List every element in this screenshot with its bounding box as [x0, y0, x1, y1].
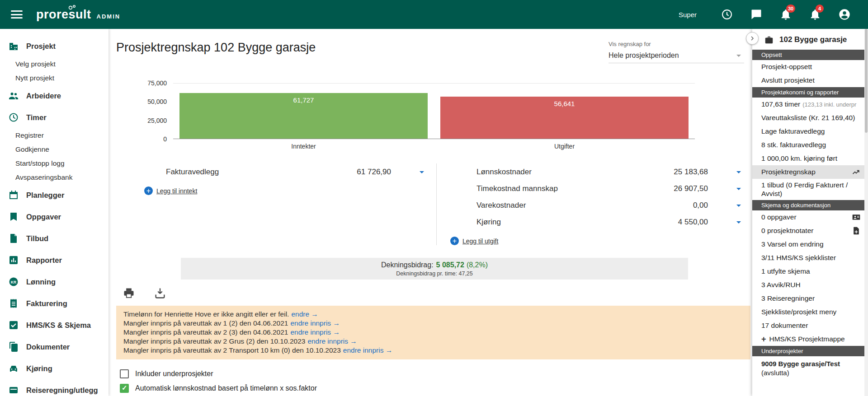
panel-item-sjekkliste-prosjekt-meny[interactable]: Sjekkliste/prosjekt meny	[752, 305, 864, 319]
sidebar-item-label: Start/stopp logg	[15, 159, 65, 168]
y-tick-label: 25,000	[147, 117, 167, 124]
panel-item-label: HMS/KS Prosjektmappe	[769, 335, 845, 343]
sidebar-item-fakturering[interactable]: Fakturering	[0, 293, 108, 314]
warning-link[interactable]: endre innpris →	[343, 346, 392, 354]
warning-link[interactable]: endre →	[291, 310, 318, 318]
expense-bar[interactable]: 56,641	[440, 97, 689, 139]
sidebar-item-label: Kjøring	[26, 364, 52, 373]
panel-collapse-button[interactable]	[746, 32, 759, 45]
panel-item-varsel-om-endring[interactable]: 3 Varsel om endring	[752, 238, 864, 251]
sidebar-item-velg-prosjekt[interactable]: Velg prosjekt	[0, 57, 108, 71]
panel-item-fakturavedlegg[interactable]: 8 stk. fakturavedlegg	[752, 138, 864, 152]
income-bar[interactable]: 61,727	[179, 93, 428, 139]
chevron-down-icon[interactable]	[733, 167, 744, 177]
automatic-wage-cost-checkbox[interactable]	[120, 384, 129, 393]
page-scrollbar[interactable]	[864, 29, 868, 396]
warning-link[interactable]: endre innpris →	[290, 328, 340, 336]
plus-icon: +	[761, 335, 766, 344]
chevron-down-icon	[733, 50, 744, 61]
sidebar-item-tilbud[interactable]: Tilbud	[0, 228, 108, 249]
add-income-button[interactable]: Legg til inntekt	[144, 186, 436, 195]
sidebar-item-godkjenne[interactable]: Godkjenne	[0, 142, 108, 156]
notifications-bell-icon[interactable]: 30	[779, 8, 792, 21]
chevron-down-icon[interactable]	[733, 200, 744, 211]
sidebar-item-nytt-prosjekt[interactable]: Nytt prosjekt	[0, 71, 108, 85]
include-subprojects-row: Inkluder underprosjekter	[120, 369, 750, 378]
panel-item-prosjektregnskap[interactable]: Prosjektregnskap	[752, 165, 864, 179]
project-panel: 102 Bygge garasje Oppsett Prosjekt-oppse…	[752, 29, 864, 396]
panel-item-lage-fakturavedlegg[interactable]: Lage fakturavedlegg	[752, 125, 864, 138]
sidebar-item-label: Velg prosjekt	[15, 60, 56, 68]
panel-item-prosjekt-oppsett[interactable]: Prosjekt-oppsett	[752, 60, 864, 74]
sidebar-item-kjoring[interactable]: Kjøring	[0, 358, 108, 379]
panel-item-label: 1 000,00 km. kjøring ført	[761, 154, 837, 163]
account-icon[interactable]	[838, 8, 851, 21]
scrollbar-thumb[interactable]	[865, 29, 868, 133]
sidebar-item-registrer[interactable]: Registrer	[0, 128, 108, 142]
print-icon[interactable]	[123, 287, 135, 299]
sidebar-item-planlegger[interactable]: Planlegger	[0, 184, 108, 206]
panel-item-avslutt-prosjektet[interactable]: Avslutt prosjektet	[752, 74, 864, 87]
panel-item-reiseregninger[interactable]: 3 Reiseregninger	[752, 292, 864, 305]
sidebar-item-prosjekt[interactable]: Prosjekt	[0, 35, 108, 57]
panel-item-tilbud[interactable]: 1 tilbud (0 Ferdig Fakturert / Avvist)	[752, 179, 864, 200]
chart-y-axis: 75,000 50,000 25,000 0	[128, 83, 173, 139]
panel-item-subproject[interactable]: 9009 Bygge garasje/Test (avslutta)	[752, 356, 864, 381]
plus-circle-icon	[450, 237, 459, 245]
sidebar-item-label: Planlegger	[26, 191, 64, 200]
export-icon[interactable]	[154, 287, 166, 299]
sidebar-item-lonning[interactable]: KR Lønning	[0, 271, 108, 293]
add-expense-button[interactable]: Legg til utgift	[450, 237, 744, 245]
chat-icon[interactable]	[750, 8, 763, 21]
sidebar-item-arbeidere[interactable]: Arbeidere	[0, 85, 108, 107]
warning-text: Mangler innpris på vareuttak av 1 (2) de…	[123, 319, 288, 327]
warnings-box: Timelønn for Henriette Hove er ikke angi…	[116, 306, 750, 359]
subproject-name: 9009 Bygge garasje/Test	[761, 359, 861, 368]
warning-link[interactable]: endre innpris →	[307, 337, 357, 345]
panel-item-timer[interactable]: 107,63 timer (123,13 inkl. underpr	[752, 98, 864, 111]
sidebar-item-start-stopp-logg[interactable]: Start/stopp logg	[0, 156, 108, 170]
chevron-down-icon[interactable]	[733, 217, 744, 228]
sidebar-item-label: Godkjenne	[15, 145, 49, 154]
panel-item-avvik-ruh[interactable]: 3 Avvik/RUH	[752, 278, 864, 292]
expense-row: Timekostnad mannskap 26 907,50	[437, 180, 744, 197]
alerts-bell-icon[interactable]: 4	[809, 8, 821, 21]
panel-item-prosjektnotater[interactable]: 0 prosjektnotater	[752, 224, 864, 238]
panel-item-dokumenter[interactable]: 17 dokumenter	[752, 319, 864, 332]
period-select-value[interactable]: Hele prosjektperioden	[609, 47, 744, 63]
include-subprojects-checkbox[interactable]	[120, 369, 129, 378]
clock-icon[interactable]	[721, 8, 733, 21]
add-expense-label: Legg til utgift	[462, 238, 498, 245]
panel-item-kjoring-fort[interactable]: 1 000,00 km. kjøring ført	[752, 152, 864, 165]
panel-item-vareuttaksliste[interactable]: Vareuttaksliste (Kr. 21 169,40)	[752, 111, 864, 125]
sidebar-item-avspaseringsbank[interactable]: Avspaseringsbank	[0, 170, 108, 184]
sidebar-item-dokumenter[interactable]: Dokumenter	[0, 336, 108, 358]
panel-item-label: Vareuttaksliste (Kr. 21 169,40)	[761, 114, 855, 122]
sidebar-item-label: Rapporter	[26, 256, 62, 265]
warning-link[interactable]: endre innpris →	[290, 319, 340, 327]
sidebar-item-oppgaver[interactable]: Oppgaver	[0, 206, 108, 228]
panel-item-oppgaver[interactable]: 0 oppgaver	[752, 210, 864, 224]
bookmark-icon	[8, 211, 19, 222]
sidebar-item-hms-ks-skjema[interactable]: HMS/KS & Skjema	[0, 314, 108, 336]
warning-text: Mangler innpris på vareuttak av 2 (3) de…	[123, 328, 288, 336]
panel-item-utfylte-skjema[interactable]: 1 utfylte skjema	[752, 265, 864, 278]
panel-section-header: Underprosjekter	[752, 346, 864, 356]
project-title: 102 Bygge garasje	[779, 35, 847, 44]
chevron-down-icon[interactable]	[733, 183, 744, 194]
brand-logo: proresult ADMIN	[36, 8, 120, 22]
sidebar-item-rapporter[interactable]: Rapporter	[0, 249, 108, 271]
checkbox-check-icon	[8, 320, 19, 331]
sidebar-item-label: HMS/KS & Skjema	[26, 321, 91, 330]
contribution-margin-summary: Dekningsbidrag:5 085,72(8,2%) Dekningsbi…	[181, 258, 688, 280]
page-title: Prosjektregnskap 102 Bygge garasje	[116, 41, 316, 55]
chevron-down-icon[interactable]	[416, 167, 427, 177]
sidebar-item-timer[interactable]: Timer	[0, 107, 108, 128]
menu-icon[interactable]	[11, 10, 23, 19]
topbar-actions: Super 30 4	[679, 8, 851, 21]
expense-row: Varekostnader 0,00	[437, 197, 744, 214]
panel-item-hmsks-sjekklister[interactable]: 3/11 HMS/KS sjekklister	[752, 251, 864, 265]
bar-value-label: 61,727	[179, 96, 428, 104]
panel-item-hmsks-prosjektmappe[interactable]: + HMS/KS Prosjektmappe	[752, 332, 864, 346]
sidebar-item-reiseregning-utlegg[interactable]: Reiseregning/utlegg	[0, 379, 108, 396]
